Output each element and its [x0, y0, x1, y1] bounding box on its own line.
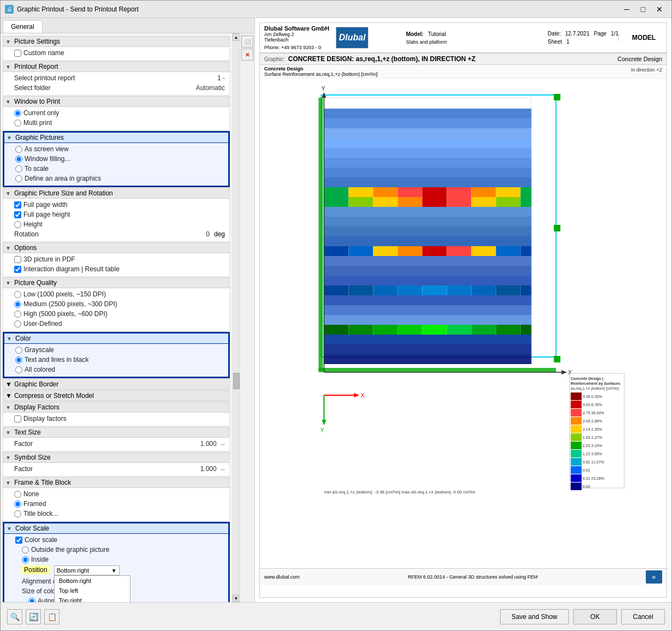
legend-val-4: 2.45 2.89% [583, 419, 602, 423]
color-scale-label: Color Scale [15, 525, 49, 532]
svg-rect-44 [349, 285, 373, 295]
text-factor-unit: -- [221, 440, 225, 447]
outside-radio[interactable] [22, 546, 29, 553]
refresh-button[interactable]: 🔄 [26, 609, 41, 624]
section-header-text-size[interactable]: ▼ Text Size [3, 427, 230, 438]
window-filling-label: Window filling... [25, 155, 224, 163]
maximize-button[interactable]: □ [635, 3, 651, 16]
scrollbar[interactable]: ▲ ▼ [232, 33, 240, 602]
full-page-height-checkbox[interactable] [14, 211, 21, 218]
frame-title-block-radio[interactable] [14, 510, 21, 517]
scroll-down-button[interactable]: ▼ [233, 594, 240, 602]
legend-color-8 [571, 450, 582, 457]
section-label: MODEL [619, 34, 662, 41]
height-label: Height [23, 221, 225, 228]
tab-general[interactable]: General [3, 20, 43, 33]
grayscale-radio[interactable] [15, 347, 22, 354]
quality-medium-radio[interactable] [14, 301, 21, 308]
inside-radio[interactable] [22, 556, 29, 563]
reset-button-2[interactable]: ✕ [241, 49, 253, 61]
collapse-icon-color: ▼ [7, 336, 13, 342]
x-axis-arrow [562, 370, 567, 374]
frame-framed-radio[interactable] [14, 501, 21, 508]
model-row: Model: Tutorial [406, 31, 548, 37]
multi-print-radio[interactable] [14, 120, 21, 127]
ok-button[interactable]: OK [573, 609, 617, 624]
side-buttons: ⬜ ✕ [240, 33, 254, 602]
info-button[interactable]: 📋 [44, 609, 60, 624]
legend-title-line1: Concrete Design | [571, 377, 604, 381]
legend-val-6: 1.83 2.27% [583, 436, 602, 439]
position-dropdown-button[interactable]: Bottom right ▼ [54, 565, 120, 575]
section-header-window[interactable]: ▼ Window to Print [3, 96, 230, 107]
pdf-3d-checkbox[interactable] [14, 256, 21, 263]
section-header-color[interactable]: ▼ Color [4, 333, 229, 344]
section-header-symbol-size[interactable]: ▼ Symbol Size [3, 452, 230, 463]
minimize-button[interactable]: ─ [619, 3, 634, 16]
section-header-graphic-size[interactable]: ▼ Graphic Picture Size and Rotation [3, 188, 230, 199]
dropdown-item-top-right[interactable]: Top right [55, 596, 130, 602]
all-colored-radio[interactable] [15, 366, 22, 373]
svg-rect-7 [324, 168, 532, 177]
svg-rect-33 [373, 246, 398, 256]
svg-rect-26 [521, 197, 532, 207]
color-scale-checkbox[interactable] [15, 537, 22, 544]
scroll-up-button[interactable]: ▲ [233, 33, 240, 41]
svg-rect-53 [324, 305, 532, 315]
close-button[interactable]: ✕ [652, 3, 667, 16]
quality-low-radio[interactable] [14, 291, 21, 298]
title-bar-left: 🖨 Graphic Printout - Send to Printout Re… [5, 5, 139, 14]
quality-user-radio[interactable] [14, 320, 21, 328]
svg-rect-47 [423, 285, 447, 295]
reset-button-1[interactable]: ⬜ [241, 35, 253, 47]
height-radio[interactable] [14, 221, 21, 228]
section-header-picture-quality[interactable]: ▼ Picture Quality [3, 277, 230, 288]
graphic-border-label: Graphic Border [14, 380, 58, 388]
preview-content: Dlubal Software GmbH Am Zellweg 2 Tiefen… [259, 22, 667, 598]
section-content-color: Grayscale Text and lines in black All co… [4, 344, 229, 377]
section-header-display-factors[interactable]: ▼ Display Factors [3, 402, 230, 413]
printout-report-label: Printout Report [14, 63, 58, 70]
dropdown-item-top-left[interactable]: Top left [55, 586, 130, 596]
graphic-main-title: CONCRETE DESIGN: as,req,1,+z (bottom), I… [288, 55, 475, 63]
current-only-radio[interactable] [14, 110, 21, 117]
as-screen-view-radio[interactable] [15, 146, 22, 153]
cancel-button[interactable]: Cancel [621, 609, 665, 624]
interaction-diagram-checkbox[interactable] [14, 266, 21, 273]
section-header-frame-title[interactable]: ▼ Frame & Title Block [3, 477, 230, 488]
auto-size-radio[interactable] [28, 598, 35, 603]
legend-val-2: 3.00 6.76% [583, 403, 602, 407]
window-filling-radio[interactable] [15, 156, 22, 163]
section-header-picture-settings[interactable]: ▼ Picture Settings [3, 36, 230, 47]
text-lines-black-radio[interactable] [15, 356, 22, 364]
bottom-left-icons: 🔍 🔄 📋 [7, 609, 60, 624]
full-page-width-checkbox[interactable] [14, 201, 21, 209]
search-button[interactable]: 🔍 [7, 609, 22, 624]
section-header-printout[interactable]: ▼ Printout Report [3, 61, 230, 72]
svg-rect-39 [521, 246, 532, 256]
section-compress-stretch[interactable]: ▼ Compress or Stretch Model [3, 390, 230, 401]
dropdown-item-bottom-right-1[interactable]: Bottom right [55, 576, 130, 586]
quality-high-radio[interactable] [14, 311, 21, 318]
custom-name-checkbox[interactable] [14, 50, 21, 57]
collapse-icon-symbol-size: ▼ [5, 455, 12, 461]
to-scale-radio[interactable] [15, 165, 22, 172]
frame-title-block-label: Title block... [23, 510, 225, 517]
section-header-graphic-pictures[interactable]: ▼ Graphic Pictures [4, 132, 229, 143]
save-and-show-button[interactable]: Save and Show [500, 609, 569, 624]
frame-none-radio[interactable] [14, 491, 21, 498]
sheet-label: Sheet [548, 39, 562, 45]
collapse-icon-frame: ▼ [5, 480, 12, 486]
display-factors-checkbox[interactable] [14, 415, 21, 422]
section-header-options[interactable]: ▼ Options [3, 242, 230, 253]
scroll-thumb[interactable] [233, 373, 240, 389]
chart-sub-header: Concrete Design Surface Reinforcement as… [260, 65, 667, 79]
define-area-row: Define an area in graphics [15, 174, 224, 183]
all-colored-row: All colored [15, 365, 224, 374]
full-page-width-row: Full page width [14, 200, 225, 210]
graphic-title-left: Graphic: CONCRETE DESIGN: as,req,1,+z (b… [264, 55, 475, 63]
section-graphic-border[interactable]: ▼ Graphic Border [3, 379, 230, 390]
as-screen-view-label: As screen view [25, 145, 224, 153]
define-area-radio[interactable] [15, 175, 22, 182]
section-header-color-scale[interactable]: ▼ Color Scale [4, 523, 229, 534]
